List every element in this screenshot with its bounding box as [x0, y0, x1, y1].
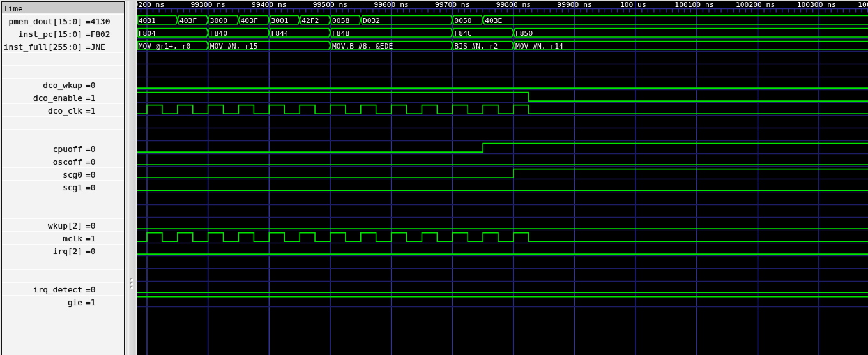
signal-row[interactable]: irq[2]=0 — [2, 245, 124, 258]
signal-name: scg1 — [3, 181, 82, 194]
signal-name: dco_enable — [3, 92, 82, 105]
pane-splitter[interactable] — [125, 0, 137, 355]
time-tick-label: 99300 ns — [190, 1, 225, 9]
gtkwave-window: Time pmem_dout[15:0]=4130inst_pc[15:0]=F… — [0, 0, 868, 355]
time-tick-label: 99900 ns — [557, 1, 591, 9]
time-tick-label: 100300 ns — [797, 1, 836, 9]
signal-name: cpuoff — [3, 143, 82, 156]
signal-row[interactable]: oscoff=0 — [2, 156, 124, 169]
signal-row[interactable]: dco_enable=1 — [2, 92, 124, 105]
signal-value: =1 — [86, 296, 95, 309]
signal-row[interactable]: scg1=0 — [2, 181, 124, 194]
signal-name: dco_wkup — [3, 79, 82, 92]
bus-value-label: 3000 — [210, 17, 227, 25]
signal-panel-frame: Time pmem_dout[15:0]=4130inst_pc[15:0]=F… — [0, 0, 125, 355]
time-tick-label: 100200 ns — [736, 1, 775, 9]
waveform-area[interactable]: 99200 ns99300 ns99400 ns99500 ns99600 ns… — [137, 0, 868, 355]
bus-value-label: F84C — [454, 29, 471, 38]
bus-value-label: F844 — [271, 29, 288, 38]
signal-value: =1 — [86, 92, 95, 105]
signal-name: gie — [3, 296, 82, 309]
waveform-canvas: 99200 ns99300 ns99400 ns99500 ns99600 ns… — [137, 0, 868, 355]
top-edge — [125, 0, 868, 1]
signal-value: =0 — [86, 245, 95, 258]
bus-value-label: MOV #N, r15 — [210, 42, 258, 50]
bus-value-label: MOV.B #8, &EDE — [332, 42, 393, 50]
signal-value: =1 — [86, 232, 95, 245]
signal-row[interactable]: pmem_dout[15:0]=4130 — [2, 15, 124, 28]
bus-value-label: 3001 — [271, 17, 288, 25]
signal-row[interactable]: inst_pc[15:0]=F802 — [2, 28, 124, 41]
time-tick-label: 99400 ns — [252, 1, 286, 9]
bus-value-label: F850 — [515, 29, 533, 38]
signal-panel: Time pmem_dout[15:0]=4130inst_pc[15:0]=F… — [1, 1, 125, 355]
signal-row[interactable]: wkup[2]=0 — [2, 220, 124, 232]
signal-row[interactable]: scg0=0 — [2, 169, 124, 181]
signal-value: =0 — [86, 156, 95, 169]
signal-list: pmem_dout[15:0]=4130inst_pc[15:0]=F802in… — [2, 14, 124, 355]
bus-value-label: 403F — [241, 17, 258, 25]
time-tick-label: 99600 ns — [374, 1, 408, 9]
signal-row[interactable]: mclk=1 — [2, 232, 124, 245]
signal-row[interactable]: inst_full[255:0]=JNE — [2, 41, 124, 54]
time-tick-label: 100100 ns — [674, 1, 713, 9]
signal-name: scg0 — [3, 169, 82, 181]
signal-row[interactable]: cpuoff=0 — [2, 143, 124, 156]
time-tick-label: 100 us — [620, 1, 646, 9]
signal-name: inst_full[255:0] — [3, 41, 82, 54]
signal-name: pmem_dout[15:0] — [3, 15, 82, 28]
time-tick-label: 99700 ns — [435, 1, 469, 9]
signal-name: irq_detect — [3, 283, 82, 296]
signal-row[interactable]: dco_clk=1 — [2, 105, 124, 117]
time-tick-label: 99200 ns — [137, 1, 164, 9]
time-tick-label: 99500 ns — [313, 1, 347, 9]
bus-value-label: 0058 — [332, 17, 349, 25]
signal-name: wkup[2] — [3, 220, 82, 232]
signal-name: irq[2] — [3, 245, 82, 258]
bus-value-label: F804 — [139, 29, 156, 38]
signal-value: =0 — [86, 181, 95, 194]
signal-value: =0 — [86, 283, 95, 296]
time-header: Time — [2, 2, 124, 13]
signal-name: inst_pc[15:0] — [3, 28, 82, 41]
signal-name: oscoff — [3, 156, 82, 169]
splitter-grip-dot — [131, 279, 133, 281]
signal-row[interactable]: gie=1 — [2, 296, 124, 309]
bus-value-label: F848 — [332, 29, 349, 38]
splitter-grip-dot — [131, 283, 133, 285]
bus-value-label: 0050 — [454, 17, 471, 25]
signal-value: =0 — [86, 143, 95, 156]
signal-value: =0 — [86, 220, 95, 232]
bus-value-label: BIS #N, r2 — [454, 42, 498, 50]
signal-value: =F802 — [86, 28, 110, 41]
signal-value: =0 — [86, 169, 95, 181]
signal-value: =4130 — [86, 15, 110, 28]
signal-name: mclk — [3, 232, 82, 245]
splitter-grip-dot — [131, 287, 133, 289]
bus-value-label: 403E — [485, 17, 502, 25]
bus-value-label: MOV @r1+, r0 — [139, 42, 191, 50]
time-tick-label: 100400 ns — [858, 1, 868, 9]
bus-value-label: 42F2 — [301, 17, 319, 25]
bus-value-label: 403F — [179, 17, 197, 25]
signal-value: =JNE — [86, 41, 105, 54]
signal-row[interactable]: dco_wkup=0 — [2, 79, 124, 92]
bus-value-label: 4031 — [139, 17, 156, 25]
signal-name: dco_clk — [3, 105, 82, 117]
time-tick-label: 99800 ns — [496, 1, 531, 9]
signal-value: =1 — [86, 105, 95, 117]
bus-value-label: D032 — [363, 17, 380, 25]
bus-value-label: F840 — [210, 29, 227, 38]
bus-value-label: MOV #N, r14 — [515, 42, 563, 50]
signal-row[interactable]: irq_detect=0 — [2, 283, 124, 296]
signal-value: =0 — [86, 79, 95, 92]
